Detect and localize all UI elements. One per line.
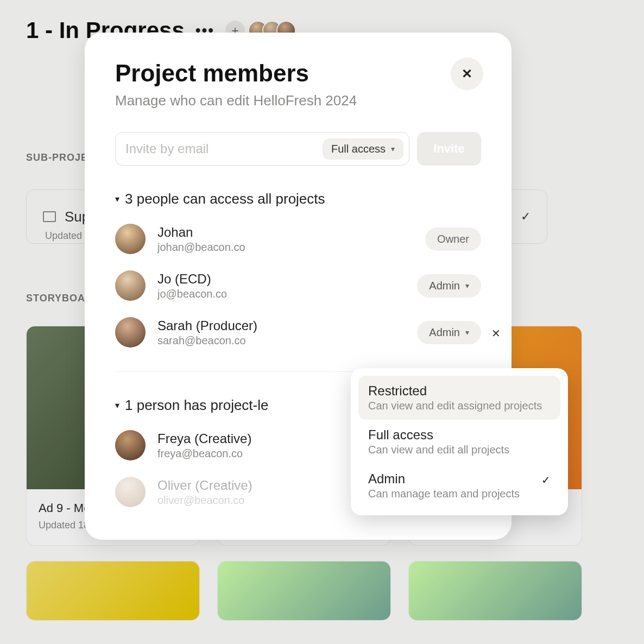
avatar [115, 430, 146, 460]
chevron-down-icon: ▾ [465, 328, 469, 337]
invite-button[interactable]: Invite [417, 132, 481, 166]
member-role-dropdown[interactable]: Admin ▾ [417, 321, 481, 344]
close-button[interactable]: ✕ [451, 58, 483, 90]
role-option-full-access[interactable]: Full access Can view and edit all projec… [358, 420, 560, 464]
member-email: oliver@beacon.co [157, 494, 252, 507]
member-email: jo@beacon.co [157, 288, 227, 300]
role-option-admin[interactable]: Admin Can manage team and projects ✓ [358, 464, 560, 508]
modal-title: Project members [115, 60, 481, 87]
invite-input-wrapper: Full access ▾ [115, 132, 409, 166]
member-role-dropdown[interactable]: Admin ▾ [417, 274, 481, 298]
avatar [115, 477, 146, 507]
member-name: Johan [157, 225, 245, 240]
member-name: Freya (Creative) [157, 431, 251, 446]
invite-access-dropdown[interactable]: Full access ▾ [323, 138, 403, 160]
section-all-access-label: 3 people can access all projects [125, 191, 325, 207]
modal-subtitle: Manage who can edit HelloFresh 2024 [115, 92, 481, 109]
role-option-restricted[interactable]: Restricted Can view and edit assigned pr… [358, 376, 560, 420]
caret-down-icon: ▾ [115, 400, 119, 411]
member-role-badge: Owner [425, 228, 481, 251]
member-email: freya@beacon.co [157, 447, 251, 460]
avatar [115, 270, 146, 301]
section-project-access-label: 1 person has project-le [125, 397, 268, 414]
role-dropdown-menu: Restricted Can view and edit assigned pr… [351, 368, 568, 515]
avatar [115, 317, 146, 348]
invite-email-input[interactable] [125, 141, 310, 156]
close-icon: ✕ [462, 66, 472, 81]
project-members-modal: Project members Manage who can edit Hell… [85, 33, 512, 540]
member-email: johan@beacon.co [157, 241, 245, 254]
remove-member-button[interactable]: ✕ [491, 327, 501, 340]
invite-access-label: Full access [331, 143, 386, 155]
chevron-down-icon: ▾ [465, 281, 469, 290]
caret-down-icon: ▾ [115, 194, 119, 204]
avatar [115, 224, 146, 254]
member-row: Sarah (Producer) sarah@beacon.co Admin ▾… [115, 317, 481, 348]
member-name: Oliver (Creative) [157, 478, 252, 493]
check-icon: ✓ [541, 473, 551, 487]
member-name: Jo (ECD) [157, 272, 227, 287]
section-all-access[interactable]: ▾ 3 people can access all projects [115, 191, 481, 207]
member-row: Jo (ECD) jo@beacon.co Admin ▾ [115, 270, 481, 301]
member-name: Sarah (Producer) [157, 318, 257, 333]
member-row: Johan johan@beacon.co Owner [115, 224, 481, 254]
close-icon: ✕ [491, 327, 501, 339]
member-email: sarah@beacon.co [157, 334, 257, 347]
chevron-down-icon: ▾ [391, 144, 395, 153]
